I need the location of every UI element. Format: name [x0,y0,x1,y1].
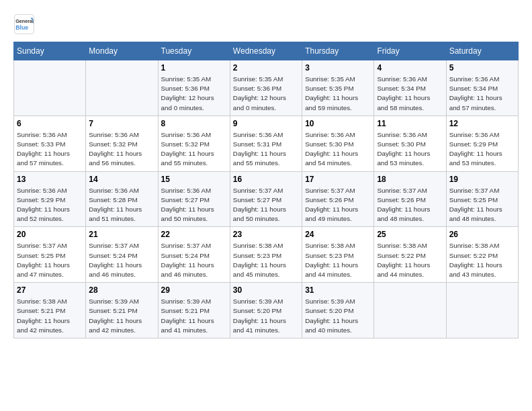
calendar-cell: 25Sunrise: 5:38 AMSunset: 5:22 PMDayligh… [374,227,446,283]
week-row-5: 27Sunrise: 5:38 AMSunset: 5:21 PMDayligh… [14,283,519,338]
day-header-sunday: Sunday [14,42,86,60]
calendar-cell: 5Sunrise: 5:36 AMSunset: 5:34 PMDaylight… [446,60,518,116]
calendar-cell: 8Sunrise: 5:36 AMSunset: 5:32 PMDaylight… [158,116,230,171]
day-number: 31 [305,285,371,295]
day-number: 9 [233,119,299,128]
logo-icon: General Blue [13,13,35,35]
day-number: 17 [305,175,371,184]
day-number: 22 [161,230,227,239]
calendar-cell: 11Sunrise: 5:36 AMSunset: 5:30 PMDayligh… [374,116,446,171]
calendar-cell: 28Sunrise: 5:39 AMSunset: 5:21 PMDayligh… [86,283,158,338]
day-number: 24 [305,230,371,239]
day-number: 12 [449,119,515,128]
calendar-cell: 15Sunrise: 5:36 AMSunset: 5:27 PMDayligh… [158,171,230,227]
page-header: General Blue [13,13,519,35]
day-number: 10 [305,119,371,128]
day-number: 30 [233,285,299,295]
day-number: 19 [449,175,515,184]
calendar-cell: 2Sunrise: 5:35 AMSunset: 5:36 PMDaylight… [230,60,302,116]
day-info: Sunrise: 5:39 AMSunset: 5:20 PMDaylight:… [233,297,299,335]
day-number: 20 [17,230,83,239]
calendar-cell [86,60,158,116]
day-header-saturday: Saturday [446,42,518,60]
day-number: 18 [377,175,443,184]
day-header-thursday: Thursday [302,42,374,60]
day-number: 11 [377,119,443,128]
day-info: Sunrise: 5:38 AMSunset: 5:23 PMDaylight:… [305,241,371,279]
day-info: Sunrise: 5:36 AMSunset: 5:30 PMDaylight:… [305,130,371,169]
day-info: Sunrise: 5:36 AMSunset: 5:32 PMDaylight:… [89,130,154,169]
day-info: Sunrise: 5:38 AMSunset: 5:22 PMDaylight:… [377,241,443,279]
day-number: 29 [161,285,227,295]
day-info: Sunrise: 5:37 AMSunset: 5:26 PMDaylight:… [305,186,371,224]
calendar-cell: 4Sunrise: 5:36 AMSunset: 5:34 PMDaylight… [374,60,446,116]
day-info: Sunrise: 5:39 AMSunset: 5:21 PMDaylight:… [89,297,154,335]
day-info: Sunrise: 5:39 AMSunset: 5:20 PMDaylight:… [305,297,371,335]
calendar-cell: 26Sunrise: 5:38 AMSunset: 5:22 PMDayligh… [446,227,518,283]
calendar-cell: 30Sunrise: 5:39 AMSunset: 5:20 PMDayligh… [230,283,302,338]
day-number: 4 [377,63,443,73]
calendar-cell: 21Sunrise: 5:37 AMSunset: 5:24 PMDayligh… [86,227,158,283]
day-info: Sunrise: 5:37 AMSunset: 5:27 PMDaylight:… [233,186,299,224]
calendar-cell: 27Sunrise: 5:38 AMSunset: 5:21 PMDayligh… [14,283,86,338]
day-info: Sunrise: 5:39 AMSunset: 5:21 PMDaylight:… [161,297,227,335]
day-info: Sunrise: 5:37 AMSunset: 5:25 PMDaylight:… [449,186,515,224]
week-row-4: 20Sunrise: 5:37 AMSunset: 5:25 PMDayligh… [14,227,519,283]
day-number: 25 [377,230,443,239]
calendar-cell [446,283,518,338]
day-info: Sunrise: 5:36 AMSunset: 5:29 PMDaylight:… [449,130,515,169]
day-info: Sunrise: 5:36 AMSunset: 5:31 PMDaylight:… [233,130,299,169]
calendar-cell: 18Sunrise: 5:37 AMSunset: 5:26 PMDayligh… [374,171,446,227]
week-row-2: 6Sunrise: 5:36 AMSunset: 5:33 PMDaylight… [14,116,519,171]
calendar-cell: 10Sunrise: 5:36 AMSunset: 5:30 PMDayligh… [302,116,374,171]
day-number: 21 [89,230,154,239]
calendar-header: SundayMondayTuesdayWednesdayThursdayFrid… [14,42,519,60]
day-number: 6 [17,119,83,128]
day-info: Sunrise: 5:36 AMSunset: 5:34 PMDaylight:… [377,75,443,113]
calendar-cell: 13Sunrise: 5:36 AMSunset: 5:29 PMDayligh… [14,171,86,227]
day-info: Sunrise: 5:37 AMSunset: 5:24 PMDaylight:… [89,241,154,279]
day-info: Sunrise: 5:36 AMSunset: 5:27 PMDaylight:… [161,186,227,224]
svg-text:General: General [15,18,34,24]
calendar-cell: 9Sunrise: 5:36 AMSunset: 5:31 PMDaylight… [230,116,302,171]
calendar-cell: 22Sunrise: 5:37 AMSunset: 5:24 PMDayligh… [158,227,230,283]
day-number: 7 [89,119,154,128]
svg-text:Blue: Blue [15,24,28,31]
day-number: 1 [161,63,227,73]
day-header-monday: Monday [86,42,158,60]
day-info: Sunrise: 5:35 AMSunset: 5:35 PMDaylight:… [305,75,371,113]
day-header-tuesday: Tuesday [158,42,230,60]
day-info: Sunrise: 5:38 AMSunset: 5:22 PMDaylight:… [449,241,515,279]
day-number: 27 [17,285,83,295]
day-info: Sunrise: 5:37 AMSunset: 5:26 PMDaylight:… [377,186,443,224]
day-info: Sunrise: 5:37 AMSunset: 5:25 PMDaylight:… [17,241,83,279]
day-number: 3 [305,63,371,73]
day-header-friday: Friday [374,42,446,60]
day-number: 8 [161,119,227,128]
calendar-cell: 23Sunrise: 5:38 AMSunset: 5:23 PMDayligh… [230,227,302,283]
calendar-cell: 14Sunrise: 5:36 AMSunset: 5:28 PMDayligh… [86,171,158,227]
day-info: Sunrise: 5:36 AMSunset: 5:34 PMDaylight:… [449,75,515,113]
day-info: Sunrise: 5:37 AMSunset: 5:24 PMDaylight:… [161,241,227,279]
day-number: 16 [233,175,299,184]
day-number: 26 [449,230,515,239]
day-number: 28 [89,285,154,295]
calendar-cell: 17Sunrise: 5:37 AMSunset: 5:26 PMDayligh… [302,171,374,227]
calendar-cell: 24Sunrise: 5:38 AMSunset: 5:23 PMDayligh… [302,227,374,283]
day-number: 13 [17,175,83,184]
calendar-cell: 31Sunrise: 5:39 AMSunset: 5:20 PMDayligh… [302,283,374,338]
day-number: 2 [233,63,299,73]
calendar-cell: 6Sunrise: 5:36 AMSunset: 5:33 PMDaylight… [14,116,86,171]
calendar-cell: 16Sunrise: 5:37 AMSunset: 5:27 PMDayligh… [230,171,302,227]
day-info: Sunrise: 5:36 AMSunset: 5:29 PMDaylight:… [17,186,83,224]
day-number: 5 [449,63,515,73]
day-number: 14 [89,175,154,184]
logo: General Blue [13,13,38,35]
week-row-3: 13Sunrise: 5:36 AMSunset: 5:29 PMDayligh… [14,171,519,227]
calendar-cell: 20Sunrise: 5:37 AMSunset: 5:25 PMDayligh… [14,227,86,283]
day-info: Sunrise: 5:38 AMSunset: 5:21 PMDaylight:… [17,297,83,335]
day-info: Sunrise: 5:36 AMSunset: 5:28 PMDaylight:… [89,186,154,224]
calendar-cell: 7Sunrise: 5:36 AMSunset: 5:32 PMDaylight… [86,116,158,171]
calendar-cell: 19Sunrise: 5:37 AMSunset: 5:25 PMDayligh… [446,171,518,227]
day-info: Sunrise: 5:36 AMSunset: 5:33 PMDaylight:… [17,130,83,169]
